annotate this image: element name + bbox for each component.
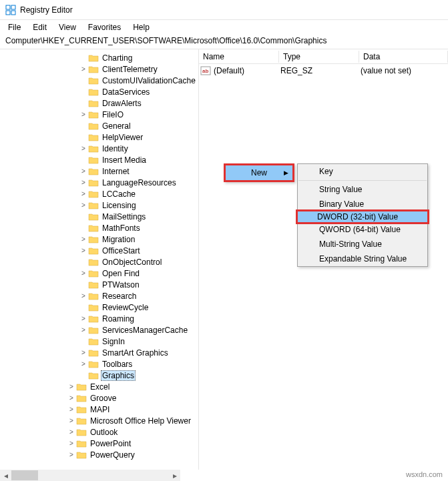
folder-icon [88,53,99,63]
horizontal-scrollbar[interactable]: ◂ ▸ [0,470,180,481]
tree-item-label: Outlook [89,428,119,437]
tree-item[interactable]: MailSettings [0,211,198,222]
folder-icon [88,133,99,142]
tree-item[interactable]: >ServicesManagerCache [0,324,198,336]
expander-icon[interactable]: > [67,428,76,436]
expander-icon[interactable]: > [79,145,88,152]
title-bar: Registry Editor [0,0,448,20]
tree-item[interactable]: >Research [0,290,198,302]
tree-item[interactable]: >PowerPoint [0,438,198,449]
submenu-item-dword[interactable]: DWORD (32-bit) Value [296,209,429,224]
menu-file[interactable]: File [3,21,26,33]
expander-icon[interactable]: > [79,201,88,209]
tree-item[interactable]: ReviewCycle [0,302,198,313]
folder-icon [76,439,87,448]
menu-bar: File Edit View Favorites Help [0,20,448,35]
expander-icon[interactable]: > [79,292,88,300]
tree-item[interactable]: >SmartArt Graphics [0,347,198,358]
tree-item[interactable]: DrawAlerts [0,97,198,109]
tree-item[interactable]: >Migration [0,233,198,245]
expander-icon[interactable]: > [79,179,88,186]
tree-item[interactable]: >Licensing [0,199,198,211]
tree-item[interactable]: CustomUIValidationCache [0,75,198,86]
expander-icon[interactable]: > [79,190,88,197]
expander-icon[interactable]: > [79,360,88,368]
expander-icon[interactable]: > [67,406,76,413]
tree-item[interactable]: Insert Media [0,154,198,165]
tree-item[interactable]: >FileIO [0,109,198,120]
expander-icon[interactable]: > [79,270,88,277]
expander-icon[interactable]: > [67,417,76,424]
expander-icon[interactable]: > [79,247,88,254]
col-header-data[interactable]: Data [359,51,448,63]
tree-item[interactable]: >LanguageResources [0,177,198,188]
address-bar[interactable]: Computer\HKEY_CURRENT_USER\SOFTWARE\Micr… [0,35,448,49]
menu-help[interactable]: Help [128,21,155,33]
menu-edit[interactable]: Edit [27,21,52,33]
tree-item-label: MailSettings [101,212,147,221]
expander-icon[interactable]: > [79,349,88,356]
expander-icon[interactable]: > [79,326,88,334]
submenu-item-expand[interactable]: Expandable String Value [298,252,427,266]
tree-item[interactable]: >Groove [0,392,198,404]
tree-item[interactable]: >Microsoft Office Help Viewer [0,415,198,426]
tree-item-label: ReviewCycle [101,303,150,312]
tree-item[interactable]: >Identity [0,143,198,154]
tree-item[interactable]: OnObjectControl [0,256,198,268]
tree-item[interactable]: Graphics [0,370,198,381]
tree-item[interactable]: PTWatson [0,279,198,290]
scroll-thumb[interactable] [11,470,38,480]
submenu-label-binary: Binary Value [319,199,364,209]
expander-icon[interactable]: > [67,440,76,447]
scroll-track[interactable] [11,470,169,481]
tree-item[interactable]: MathFonts [0,222,198,233]
folder-icon [88,87,99,97]
folder-icon [76,416,87,426]
tree-item[interactable]: >Internet [0,165,198,177]
col-header-type[interactable]: Type [279,51,359,63]
submenu-item-multi[interactable]: Multi-String Value [298,237,427,252]
tree-item[interactable]: SignIn [0,336,198,347]
tree-item-label: CustomUIValidationCache [101,76,197,85]
expander-icon[interactable]: > [79,235,88,243]
menu-favorites[interactable]: Favorites [83,21,126,33]
expander-icon[interactable]: > [79,111,88,118]
tree-item[interactable]: >PowerQuery [0,449,198,460]
tree-item[interactable]: >Excel [0,381,198,392]
submenu-item-key[interactable]: Key [298,164,427,179]
context-item-new[interactable]: New ▶ [226,165,292,180]
tree-item[interactable]: >LCCache [0,188,198,199]
submenu-label-multi: Multi-String Value [319,239,382,249]
tree-item[interactable]: >ClientTelemetry [0,63,198,75]
scroll-left-button[interactable]: ◂ [0,470,11,481]
tree-item[interactable]: General [0,120,198,131]
col-header-name[interactable]: Name [199,51,279,63]
folder-icon [88,326,99,335]
expander-icon[interactable]: > [67,451,76,458]
submenu-item-string[interactable]: String Value [298,182,427,197]
tree-item-label: Insert Media [101,155,148,165]
tree-item[interactable]: >OfficeStart [0,245,198,256]
menu-view[interactable]: View [53,21,81,33]
context-item-new-label: New [251,168,267,177]
submenu-item-qword[interactable]: QWORD (64-bit) Value [298,222,427,237]
expander-icon[interactable]: > [67,394,76,402]
tree-pane[interactable]: Charting>ClientTelemetryCustomUIValidati… [0,49,199,470]
tree-item[interactable]: >Roaming [0,313,198,324]
expander-icon[interactable]: > [67,383,76,390]
tree-item[interactable]: Charting [0,52,198,63]
submenu-label-string: String Value [319,185,362,194]
tree-item[interactable]: >Outlook [0,426,198,438]
tree-item[interactable]: HelpViewer [0,131,198,143]
list-row[interactable]: ab(Default)REG_SZ(value not set) [199,64,448,77]
expander-icon[interactable]: > [79,65,88,73]
expander-icon[interactable]: > [79,315,88,322]
scroll-right-button[interactable]: ▸ [169,470,180,481]
tree-item[interactable]: >MAPI [0,404,198,415]
tree-item[interactable]: >Toolbars [0,358,198,370]
tree-item[interactable]: DataServices [0,86,198,97]
svg-rect-0 [6,5,10,9]
expander-icon[interactable]: > [79,167,88,175]
tree-item[interactable]: >Open Find [0,268,198,279]
folder-icon [88,189,99,199]
